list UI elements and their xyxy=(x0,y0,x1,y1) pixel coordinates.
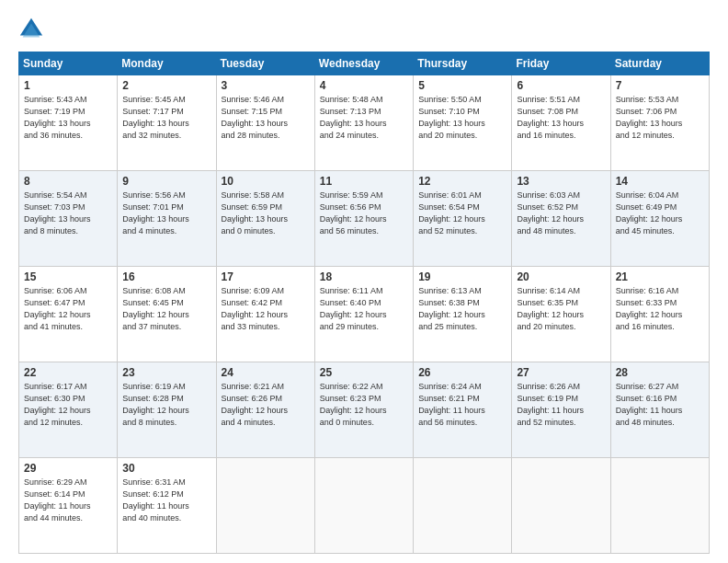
day-info: Sunrise: 6:26 AM Sunset: 6:19 PM Dayligh… xyxy=(517,381,605,429)
calendar-cell: 29Sunrise: 6:29 AM Sunset: 6:14 PM Dayli… xyxy=(19,458,118,554)
calendar-week-2: 8Sunrise: 5:54 AM Sunset: 7:03 PM Daylig… xyxy=(19,171,710,267)
calendar-cell: 15Sunrise: 6:06 AM Sunset: 6:47 PM Dayli… xyxy=(19,267,118,362)
day-number: 7 xyxy=(616,79,704,92)
calendar-week-5: 29Sunrise: 6:29 AM Sunset: 6:14 PM Dayli… xyxy=(19,458,710,554)
day-number: 28 xyxy=(616,366,704,379)
calendar-cell: 18Sunrise: 6:11 AM Sunset: 6:40 PM Dayli… xyxy=(314,267,413,362)
calendar-cell: 2Sunrise: 5:45 AM Sunset: 7:17 PM Daylig… xyxy=(118,75,216,171)
calendar-week-4: 22Sunrise: 6:17 AM Sunset: 6:30 PM Dayli… xyxy=(19,362,710,458)
day-number: 21 xyxy=(616,270,704,283)
calendar-cell: 22Sunrise: 6:17 AM Sunset: 6:30 PM Dayli… xyxy=(19,362,118,458)
day-info: Sunrise: 5:53 AM Sunset: 7:06 PM Dayligh… xyxy=(616,94,704,142)
calendar-cell: 5Sunrise: 5:50 AM Sunset: 7:10 PM Daylig… xyxy=(414,75,512,171)
calendar-cell: 24Sunrise: 6:21 AM Sunset: 6:26 PM Dayli… xyxy=(216,362,314,458)
calendar-header-sunday: Sunday xyxy=(19,52,118,75)
day-number: 27 xyxy=(517,366,605,379)
day-info: Sunrise: 5:59 AM Sunset: 6:56 PM Dayligh… xyxy=(320,190,408,237)
day-number: 22 xyxy=(24,366,112,379)
calendar-cell xyxy=(216,458,314,554)
day-number: 17 xyxy=(222,270,310,283)
calendar-header-row: SundayMondayTuesdayWednesdayThursdayFrid… xyxy=(19,52,710,75)
calendar-cell: 19Sunrise: 6:13 AM Sunset: 6:38 PM Dayli… xyxy=(414,267,512,362)
calendar-header-thursday: Thursday xyxy=(414,52,512,75)
calendar-cell: 14Sunrise: 6:04 AM Sunset: 6:49 PM Dayli… xyxy=(610,171,709,267)
calendar-table: SundayMondayTuesdayWednesdayThursdayFrid… xyxy=(18,52,710,554)
day-info: Sunrise: 5:51 AM Sunset: 7:08 PM Dayligh… xyxy=(517,94,605,142)
day-number: 14 xyxy=(616,175,704,188)
day-info: Sunrise: 5:45 AM Sunset: 7:17 PM Dayligh… xyxy=(122,94,210,142)
day-number: 20 xyxy=(517,270,605,283)
day-info: Sunrise: 6:11 AM Sunset: 6:40 PM Dayligh… xyxy=(320,285,408,333)
day-info: Sunrise: 5:48 AM Sunset: 7:13 PM Dayligh… xyxy=(320,94,408,142)
logo xyxy=(18,17,48,42)
day-info: Sunrise: 6:14 AM Sunset: 6:35 PM Dayligh… xyxy=(517,285,605,333)
calendar-cell xyxy=(610,458,709,554)
day-number: 4 xyxy=(320,79,408,92)
calendar-cell: 6Sunrise: 5:51 AM Sunset: 7:08 PM Daylig… xyxy=(512,75,610,171)
calendar-week-3: 15Sunrise: 6:06 AM Sunset: 6:47 PM Dayli… xyxy=(19,267,710,362)
day-number: 18 xyxy=(320,270,408,283)
calendar-cell: 30Sunrise: 6:31 AM Sunset: 6:12 PM Dayli… xyxy=(118,458,216,554)
day-number: 2 xyxy=(122,79,210,92)
calendar-header-wednesday: Wednesday xyxy=(314,52,413,75)
day-info: Sunrise: 6:31 AM Sunset: 6:12 PM Dayligh… xyxy=(122,477,210,524)
calendar-cell xyxy=(512,458,610,554)
calendar-header-monday: Monday xyxy=(118,52,216,75)
calendar-cell: 1Sunrise: 5:43 AM Sunset: 7:19 PM Daylig… xyxy=(19,75,118,171)
page: SundayMondayTuesdayWednesdayThursdayFrid… xyxy=(0,0,728,563)
day-info: Sunrise: 5:58 AM Sunset: 6:59 PM Dayligh… xyxy=(222,190,310,237)
day-number: 9 xyxy=(122,175,210,188)
calendar-cell xyxy=(414,458,512,554)
day-info: Sunrise: 5:46 AM Sunset: 7:15 PM Dayligh… xyxy=(222,94,310,142)
day-number: 6 xyxy=(517,79,605,92)
day-number: 30 xyxy=(122,462,210,475)
calendar-cell: 9Sunrise: 5:56 AM Sunset: 7:01 PM Daylig… xyxy=(118,171,216,267)
day-number: 8 xyxy=(24,175,112,188)
logo-icon xyxy=(18,17,44,42)
calendar-header-friday: Friday xyxy=(512,52,610,75)
day-info: Sunrise: 6:13 AM Sunset: 6:38 PM Dayligh… xyxy=(418,285,506,333)
calendar-cell: 4Sunrise: 5:48 AM Sunset: 7:13 PM Daylig… xyxy=(314,75,413,171)
calendar-cell: 7Sunrise: 5:53 AM Sunset: 7:06 PM Daylig… xyxy=(610,75,709,171)
day-info: Sunrise: 5:56 AM Sunset: 7:01 PM Dayligh… xyxy=(122,190,210,237)
calendar-cell: 11Sunrise: 5:59 AM Sunset: 6:56 PM Dayli… xyxy=(314,171,413,267)
day-number: 19 xyxy=(418,270,506,283)
day-number: 1 xyxy=(24,79,112,92)
calendar-week-1: 1Sunrise: 5:43 AM Sunset: 7:19 PM Daylig… xyxy=(19,75,710,171)
day-number: 16 xyxy=(122,270,210,283)
calendar-cell: 16Sunrise: 6:08 AM Sunset: 6:45 PM Dayli… xyxy=(118,267,216,362)
day-info: Sunrise: 6:24 AM Sunset: 6:21 PM Dayligh… xyxy=(418,381,506,429)
day-number: 5 xyxy=(418,79,506,92)
day-number: 10 xyxy=(222,175,310,188)
calendar-cell: 20Sunrise: 6:14 AM Sunset: 6:35 PM Dayli… xyxy=(512,267,610,362)
calendar-cell: 17Sunrise: 6:09 AM Sunset: 6:42 PM Dayli… xyxy=(216,267,314,362)
calendar-cell: 10Sunrise: 5:58 AM Sunset: 6:59 PM Dayli… xyxy=(216,171,314,267)
day-info: Sunrise: 6:04 AM Sunset: 6:49 PM Dayligh… xyxy=(616,190,704,237)
day-number: 25 xyxy=(320,366,408,379)
day-info: Sunrise: 5:43 AM Sunset: 7:19 PM Dayligh… xyxy=(24,94,112,142)
day-number: 11 xyxy=(320,175,408,188)
day-info: Sunrise: 5:54 AM Sunset: 7:03 PM Dayligh… xyxy=(24,190,112,237)
day-number: 15 xyxy=(24,270,112,283)
day-info: Sunrise: 6:08 AM Sunset: 6:45 PM Dayligh… xyxy=(122,285,210,333)
calendar-cell: 26Sunrise: 6:24 AM Sunset: 6:21 PM Dayli… xyxy=(414,362,512,458)
calendar-header-saturday: Saturday xyxy=(610,52,709,75)
day-info: Sunrise: 6:09 AM Sunset: 6:42 PM Dayligh… xyxy=(222,285,310,333)
calendar-cell: 3Sunrise: 5:46 AM Sunset: 7:15 PM Daylig… xyxy=(216,75,314,171)
day-number: 23 xyxy=(122,366,210,379)
day-info: Sunrise: 6:29 AM Sunset: 6:14 PM Dayligh… xyxy=(24,477,112,524)
day-number: 26 xyxy=(418,366,506,379)
day-info: Sunrise: 6:22 AM Sunset: 6:23 PM Dayligh… xyxy=(320,381,408,429)
day-number: 3 xyxy=(222,79,310,92)
day-number: 24 xyxy=(222,366,310,379)
calendar-cell: 25Sunrise: 6:22 AM Sunset: 6:23 PM Dayli… xyxy=(314,362,413,458)
calendar-cell: 28Sunrise: 6:27 AM Sunset: 6:16 PM Dayli… xyxy=(610,362,709,458)
calendar-cell: 23Sunrise: 6:19 AM Sunset: 6:28 PM Dayli… xyxy=(118,362,216,458)
calendar-cell xyxy=(314,458,413,554)
day-info: Sunrise: 6:21 AM Sunset: 6:26 PM Dayligh… xyxy=(222,381,310,429)
calendar-cell: 13Sunrise: 6:03 AM Sunset: 6:52 PM Dayli… xyxy=(512,171,610,267)
day-info: Sunrise: 6:17 AM Sunset: 6:30 PM Dayligh… xyxy=(24,381,112,429)
day-info: Sunrise: 6:06 AM Sunset: 6:47 PM Dayligh… xyxy=(24,285,112,333)
day-info: Sunrise: 6:03 AM Sunset: 6:52 PM Dayligh… xyxy=(517,190,605,237)
day-number: 13 xyxy=(517,175,605,188)
